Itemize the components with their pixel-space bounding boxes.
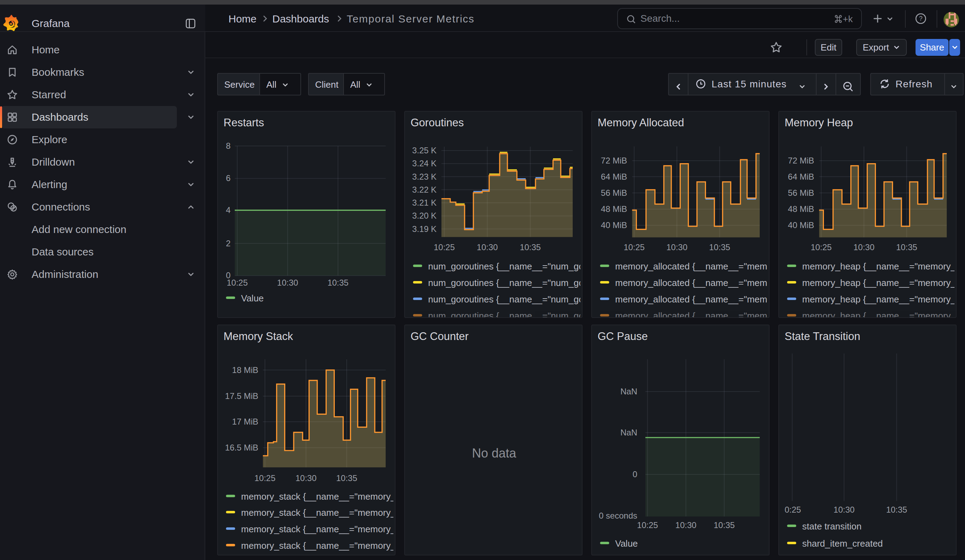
svg-text:?: ? <box>919 15 922 22</box>
